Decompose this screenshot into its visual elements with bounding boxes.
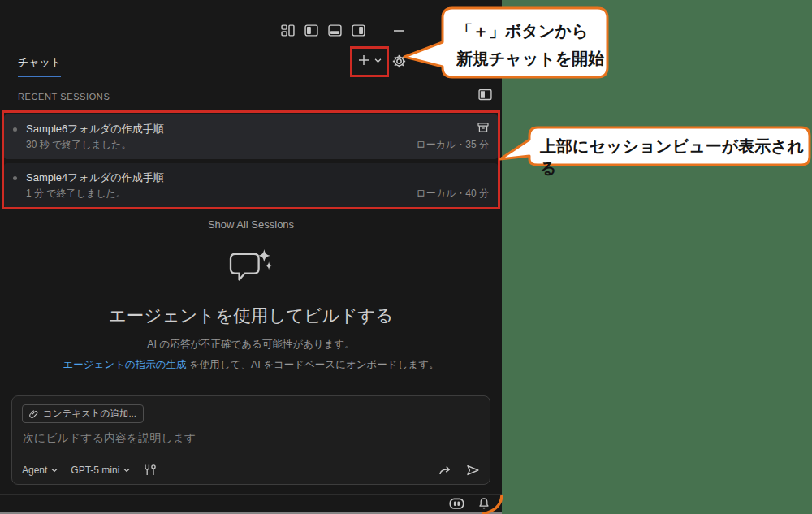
session-title: Sample6フォルダの作成手順 <box>26 122 164 136</box>
statusbar <box>448 496 490 510</box>
redo-arrow-icon[interactable] <box>438 464 452 477</box>
toggle-panel-bottom-icon[interactable] <box>328 24 342 37</box>
add-context-chip[interactable]: コンテキストの追加... <box>22 404 144 423</box>
customize-layout-icon[interactable] <box>281 24 295 37</box>
model-picker[interactable]: GPT-5 mini <box>71 464 130 476</box>
gear-icon[interactable] <box>392 54 406 68</box>
toggle-sidebar-left-icon[interactable] <box>304 24 318 37</box>
onboard-suffix: を使用して、AI をコードベースにオンボードします。 <box>187 359 439 370</box>
titlebar <box>281 24 404 37</box>
mode-label: Agent <box>22 464 47 476</box>
tab-chat[interactable]: チャット <box>18 55 61 77</box>
callout-text-sessions: 上部にセッションビューが表示される <box>540 136 812 179</box>
new-chat-button[interactable] <box>357 54 382 67</box>
paperclip-icon <box>29 409 39 419</box>
unread-dot-icon <box>13 127 17 132</box>
toggle-sidebar-right-icon[interactable] <box>352 24 365 37</box>
session-meta: ローカル・40 分 <box>416 187 489 201</box>
send-icon[interactable] <box>465 464 480 477</box>
copilot-icon[interactable] <box>448 496 465 510</box>
session-status: 1 分 で終了しました。 <box>26 187 126 201</box>
generate-instructions-link[interactable]: エージェントの指示の生成 <box>63 359 186 370</box>
mode-picker[interactable]: Agent <box>22 464 58 476</box>
composer-toolbar: Agent GPT-5 mini <box>22 464 480 477</box>
chevron-down-icon <box>51 468 58 473</box>
status-divider <box>0 494 502 495</box>
more-actions-button[interactable]: ··· <box>411 50 426 65</box>
bell-icon[interactable] <box>477 496 490 510</box>
minimize-icon[interactable] <box>393 29 404 32</box>
model-label: GPT-5 mini <box>71 464 119 476</box>
chat-panel: チャット ··· RECENT SESSIONS Sample6フォルダの作成手… <box>0 0 502 514</box>
chevron-down-icon <box>123 468 130 473</box>
chevron-down-icon <box>374 58 382 63</box>
session-status: 30 秒 で終了しました。 <box>26 138 131 152</box>
ai-disclaimer-text: AI の応答が不正確である可能性があります。 <box>0 338 502 352</box>
plus-icon <box>357 54 370 67</box>
session-row[interactable]: Sample4フォルダの作成手順 1 分 で終了しました。 ローカル・40 分 <box>4 163 498 208</box>
callout-bubble-sessions <box>500 127 810 165</box>
archive-icon[interactable] <box>477 121 490 134</box>
unread-dot-icon <box>13 176 17 180</box>
sessions-header: RECENT SESSIONS <box>18 92 110 102</box>
session-title: Sample4フォルダの作成手順 <box>26 171 164 185</box>
session-meta: ローカル・35 分 <box>416 138 489 152</box>
show-all-sessions-link[interactable]: Show All Sessions <box>0 218 502 231</box>
onboard-text: エージェントの指示の生成 を使用して、AI をコードベースにオンボードします。 <box>0 358 502 372</box>
tools-icon[interactable] <box>143 464 158 477</box>
session-row[interactable]: Sample6フォルダの作成手順 30 秒 で終了しました。 ローカル・35 分 <box>4 114 498 159</box>
chat-input[interactable]: 次にビルドする内容を説明します <box>23 431 196 446</box>
split-view-icon[interactable] <box>478 89 492 101</box>
add-context-label: コンテキストの追加... <box>43 408 136 420</box>
empty-state-heading: エージェントを使用してビルドする <box>0 304 502 327</box>
chat-sparkle-icon <box>228 248 274 289</box>
chat-composer: コンテキストの追加... 次にビルドする内容を説明します Agent GPT-5… <box>11 395 490 485</box>
